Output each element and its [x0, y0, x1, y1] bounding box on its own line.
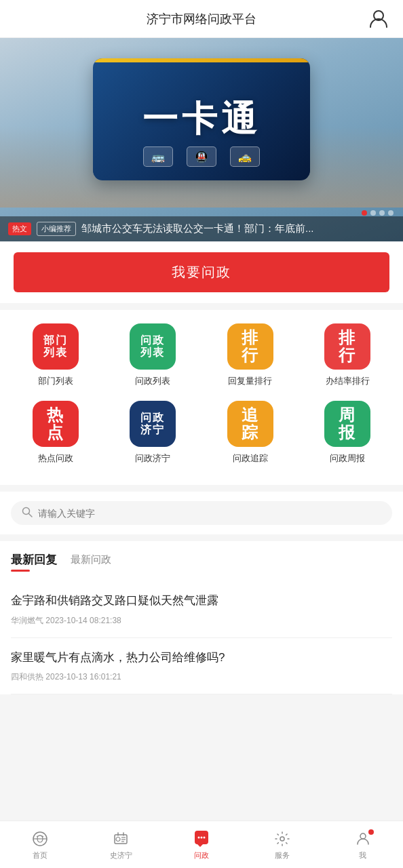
wenzheng-list-icon: 问政 列表 [130, 323, 176, 370]
search-section [0, 492, 403, 534]
nav-item-me[interactable]: 我 [322, 829, 403, 861]
reply-rank-label: 回复量排行 [228, 375, 272, 387]
completion-rank-icon: 排 行 [324, 323, 370, 370]
grid-item-reply-rank[interactable]: 排 行 回复量排行 [202, 323, 299, 387]
me-icon [353, 829, 372, 848]
reply-rank-icon: 排 行 [227, 323, 273, 370]
news-meta-1: 华润燃气 2023-10-14 08:21:38 [11, 615, 392, 627]
nav-item-wenzheng[interactable]: 问政 [161, 829, 242, 861]
dot-1[interactable] [362, 210, 367, 216]
tracking-icon: 追 踪 [227, 401, 273, 447]
news-item-1[interactable]: 金宇路和供销路交叉路口疑似天然气泄露 华润燃气 2023-10-14 08:21… [11, 581, 392, 638]
nav-item-history[interactable]: 史济宁 [81, 829, 161, 861]
grid-item-wenzheng-list[interactable]: 问政 列表 问政列表 [104, 323, 202, 387]
grid-section: 部门 列表 部门列表 问政 列表 问政列表 [0, 310, 403, 485]
grid-row-1: 部门 列表 部门列表 问政 列表 问政列表 [0, 317, 403, 394]
banner-caption: 热文 小编推荐 邹城市公交车无法读取公交一卡通！部门：年底前... [0, 216, 403, 241]
bus-icon: 🚌 [143, 146, 173, 167]
nav-label-history: 史济宁 [110, 850, 132, 861]
dot-4[interactable] [388, 210, 394, 216]
dot-2[interactable] [370, 210, 376, 216]
news-meta-2: 四和供热 2023-10-13 16:01:21 [11, 671, 392, 683]
grid-item-department-list[interactable]: 部门 列表 部门列表 [7, 323, 104, 387]
svg-point-7 [116, 837, 120, 841]
banner-caption-text: 邹城市公交车无法读取公交一卡通！部门：年底前... [81, 222, 395, 235]
department-list-icon: 部门 列表 [33, 323, 79, 370]
wenyao-wenzheng-button[interactable]: 我要问政 [14, 252, 389, 292]
department-list-label: 部门列表 [38, 375, 73, 387]
tracking-label: 问政追踪 [233, 452, 268, 465]
weekly-label: 问政周报 [330, 452, 365, 465]
hotspot-label: 热点问政 [38, 452, 73, 465]
search-input[interactable] [38, 508, 381, 519]
completion-rank-label: 办结率排行 [326, 375, 370, 387]
grid-item-completion-rank[interactable]: 排 行 办结率排行 [299, 323, 397, 387]
grid-item-wenzheng-jining[interactable]: 问政 济宁 问政济宁 [104, 401, 202, 465]
news-title-2: 家里暖气片有点滴水，热力公司给维修吗? [11, 649, 392, 667]
nav-label-services: 服务 [275, 850, 290, 861]
user-icon[interactable] [368, 8, 389, 30]
nav-label-me: 我 [359, 850, 366, 861]
header: 济宁市网络问政平台 [0, 0, 403, 38]
search-box[interactable] [11, 501, 392, 525]
train-icon: 🚇 [187, 146, 216, 167]
hotspot-icon: 热 点 [33, 401, 79, 447]
cta-section: 我要问政 [0, 241, 403, 303]
grid-item-weekly[interactable]: 周 报 问政周报 [299, 401, 397, 465]
news-title-1: 金宇路和供销路交叉路口疑似天然气泄露 [11, 592, 392, 610]
latest-section: 最新回复 最新问政 金宇路和供销路交叉路口疑似天然气泄露 华润燃气 2023-1… [0, 541, 403, 694]
card-transport-icons: 🚌 🚇 🚕 [143, 146, 260, 167]
svg-point-15 [203, 836, 205, 838]
dot-3[interactable] [379, 210, 385, 216]
nav-label-wenzheng: 问政 [194, 850, 209, 861]
banner-dots [362, 210, 394, 216]
svg-point-17 [360, 833, 366, 839]
wenzheng-nav-icon [192, 829, 211, 848]
home-icon [31, 829, 50, 848]
bottom-nav: 首页 史济宁 问政 [0, 821, 403, 868]
services-icon [273, 829, 292, 848]
tab-latest-wenzheng[interactable]: 最新问政 [71, 553, 111, 570]
weekly-icon: 周 报 [324, 401, 370, 447]
grid-row-2: 热 点 热点问政 问政 济宁 问政济宁 [0, 394, 403, 471]
nav-item-services[interactable]: 服务 [242, 829, 322, 861]
svg-point-13 [197, 836, 199, 838]
svg-point-16 [280, 837, 284, 841]
nav-label-home: 首页 [33, 850, 47, 861]
taxi-icon: 🚕 [230, 146, 260, 167]
history-icon [111, 829, 130, 848]
editor-badge: 小编推荐 [37, 222, 76, 236]
wenzheng-jining-label: 问政济宁 [135, 452, 170, 465]
header-title: 济宁市网络问政平台 [147, 11, 256, 27]
news-item-2[interactable]: 家里暖气片有点滴水，热力公司给维修吗? 四和供热 2023-10-13 16:0… [11, 638, 392, 695]
wenzheng-list-label: 问政列表 [135, 375, 170, 387]
svg-line-2 [29, 514, 33, 517]
svg-point-14 [200, 836, 202, 838]
grid-item-hotspot[interactable]: 热 点 热点问政 [7, 401, 104, 465]
tab-latest-reply[interactable]: 最新回复 [11, 552, 57, 572]
card-text: 一卡通 [142, 96, 261, 143]
banner[interactable]: 一卡通 🚌 🚇 🚕 热文 小编推荐 邹城市公交车无法读取公交一卡通！部门：年底前… [0, 38, 403, 241]
section-tabs: 最新回复 最新问政 [11, 552, 392, 572]
search-icon [22, 507, 33, 519]
wenzheng-jining-icon: 问政 济宁 [130, 401, 176, 447]
hot-badge: 热文 [8, 222, 31, 235]
grid-item-tracking[interactable]: 追 踪 问政追踪 [202, 401, 299, 465]
yi-ka-tong-card: 一卡通 🚌 🚇 🚕 [93, 58, 310, 180]
nav-item-home[interactable]: 首页 [0, 829, 81, 861]
